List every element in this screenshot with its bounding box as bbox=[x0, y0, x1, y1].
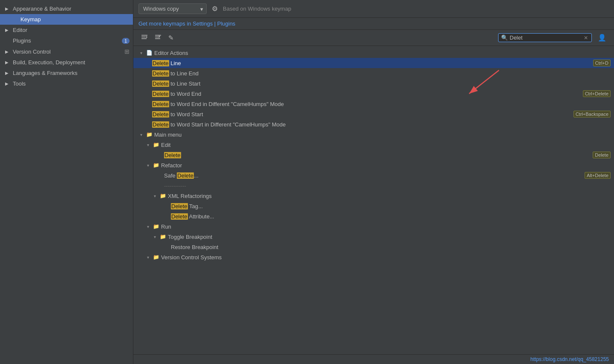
chevron-right-icon: ▶ bbox=[5, 60, 11, 65]
section-label: Refactor bbox=[161, 162, 611, 169]
keymap-dropdown[interactable]: Windows copy bbox=[138, 3, 207, 14]
subsection-edit[interactable]: ▾ 📁 Edit bbox=[133, 140, 614, 150]
sidebar-item-build[interactable]: ▶ Build, Execution, Deployment bbox=[0, 57, 133, 68]
sidebar-item-label: Tools bbox=[13, 80, 26, 87]
keymap-header: Windows copy ⚙ Based on Windows keymap bbox=[133, 0, 614, 18]
chevron-down-icon: ▾ bbox=[147, 224, 153, 229]
search-clear-button[interactable]: ✕ bbox=[583, 35, 589, 41]
highlight-delete: Delete bbox=[152, 101, 169, 107]
footer-url: https://blog.csdn.net/qq_45821255 bbox=[530, 356, 609, 362]
shortcut-badge: Delete bbox=[593, 152, 611, 158]
sidebar-item-label: Editor bbox=[13, 27, 27, 33]
subsection-toggle-breakpoint[interactable]: ▾ 📁 Toggle Breakpoint bbox=[133, 232, 614, 242]
search-input[interactable] bbox=[510, 34, 581, 41]
section-main-menu[interactable]: ▾ 📁 Main menu bbox=[133, 129, 614, 140]
edit-button[interactable]: ✎ bbox=[166, 33, 176, 43]
folder-icon: 📁 bbox=[153, 224, 159, 229]
footer: https://blog.csdn.net/qq_45821255 bbox=[133, 354, 614, 364]
tree-row-delete[interactable]: Delete Delete bbox=[133, 150, 614, 160]
tree-row-safe-delete[interactable]: Safe Delete... Alt+Delete bbox=[133, 170, 614, 181]
section-label: Run bbox=[161, 224, 611, 230]
highlight-delete: Delete bbox=[152, 60, 169, 66]
subsection-vcs[interactable]: ▾ 📁 Version Control Systems bbox=[133, 252, 614, 262]
row-label: Delete Line bbox=[152, 60, 593, 66]
chevron-down-icon: ▾ bbox=[140, 51, 146, 55]
chevron-placeholder bbox=[5, 38, 11, 43]
search-wrapper: 🔍 ✕ bbox=[498, 33, 592, 42]
row-label: Restore Breakpoint bbox=[171, 244, 611, 250]
section-label: Edit bbox=[161, 142, 611, 148]
shortcut-badge: Ctrl+D bbox=[593, 60, 611, 66]
subsection-xml-refactorings[interactable]: ▾ 📁 XML Refactorings bbox=[133, 191, 614, 201]
sidebar-item-label: Version Control bbox=[13, 49, 51, 55]
subsection-refactor[interactable]: ▾ 📁 Refactor bbox=[133, 160, 614, 170]
chevron-down-icon: ▾ bbox=[147, 163, 153, 168]
tree-row-restore-breakpoint[interactable]: Restore Breakpoint bbox=[133, 242, 614, 252]
gear-button[interactable]: ⚙ bbox=[210, 4, 219, 14]
main-content: Windows copy ⚙ Based on Windows keymap G… bbox=[133, 0, 614, 364]
section-label: Editor Actions bbox=[154, 50, 611, 56]
tree-row-delete-attribute[interactable]: Delete Attribute... bbox=[133, 211, 614, 221]
tree-row-delete-word-end[interactable]: Delete to Word End Ctrl+Delete bbox=[133, 89, 614, 99]
separator-label: ------------ bbox=[164, 183, 611, 189]
folder-icon: 📁 bbox=[146, 132, 153, 138]
folder-icon: 📁 bbox=[153, 162, 159, 168]
chevron-down-icon: ▾ bbox=[154, 235, 160, 239]
sidebar-item-label: Keymap bbox=[20, 16, 41, 23]
collapse-icon bbox=[141, 34, 148, 40]
sidebar-item-tools[interactable]: ▶ Tools bbox=[0, 78, 133, 89]
folder-icon: 📁 bbox=[160, 234, 166, 240]
tree-row-delete-word-start[interactable]: Delete to Word Start Ctrl+Backspace bbox=[133, 109, 614, 119]
keymap-tree: ▾ 📄 Editor Actions Delete Line Ctrl+D De… bbox=[133, 46, 614, 354]
section-label: Main menu bbox=[154, 132, 611, 138]
sidebar-item-plugins[interactable]: Plugins 1 bbox=[0, 35, 133, 46]
chevron-right-icon: ▶ bbox=[5, 49, 11, 54]
tree-row-separator: ------------ bbox=[133, 181, 614, 191]
svg-rect-1 bbox=[141, 37, 146, 37]
svg-rect-2 bbox=[141, 38, 147, 39]
chevron-right-icon: ▶ bbox=[5, 81, 11, 86]
sidebar-item-keymap[interactable]: Keymap bbox=[0, 14, 133, 25]
highlight-delete: Delete bbox=[152, 111, 169, 118]
svg-rect-0 bbox=[141, 35, 147, 36]
svg-rect-3 bbox=[155, 35, 161, 36]
collapse-all-button[interactable] bbox=[138, 32, 150, 43]
sidebar-item-appearance[interactable]: ▶ Appearance & Behavior bbox=[0, 3, 133, 14]
chevron-right-icon: ▶ bbox=[5, 71, 11, 75]
sidebar-item-version-control[interactable]: ▶ Version Control ⊞ bbox=[0, 46, 133, 57]
link-bar: Get more keymaps in Settings | Plugins bbox=[133, 18, 614, 30]
chevron-right-icon: ▶ bbox=[5, 28, 11, 32]
tree-row-delete-line-start[interactable]: Delete to Line Start bbox=[133, 78, 614, 89]
keymap-toolbar: ✎ 🔍 ✕ 👤 bbox=[133, 30, 614, 46]
user-button[interactable]: 👤 bbox=[595, 32, 609, 43]
tree-row-delete-line[interactable]: Delete Line Ctrl+D bbox=[133, 58, 614, 68]
vcs-icon: ⊞ bbox=[124, 48, 130, 55]
tree-row-delete-line-end[interactable]: Delete to Line End bbox=[133, 68, 614, 78]
folder-icon: 📁 bbox=[153, 142, 159, 148]
sidebar-item-languages[interactable]: ▶ Languages & Frameworks bbox=[0, 68, 133, 78]
chevron-placeholder bbox=[13, 17, 19, 22]
section-label: Toggle Breakpoint bbox=[168, 234, 611, 240]
subsection-run[interactable]: ▾ 📁 Run bbox=[133, 221, 614, 232]
expand-all-button[interactable] bbox=[152, 32, 164, 43]
row-label: Safe Delete... bbox=[164, 172, 585, 179]
tree-row-delete-word-end-camel[interactable]: Delete to Word End in Different "CamelHu… bbox=[133, 99, 614, 109]
shortcut-badge: Ctrl+Delete bbox=[583, 90, 611, 97]
sidebar-item-editor[interactable]: ▶ Editor bbox=[0, 25, 133, 35]
chevron-down-icon: ▾ bbox=[140, 132, 146, 137]
get-keymaps-link[interactable]: Get more keymaps in Settings | Plugins bbox=[138, 20, 235, 27]
row-label: Delete bbox=[164, 152, 593, 158]
highlight-delete: Delete bbox=[171, 213, 188, 220]
tree-row-delete-word-start-camel[interactable]: Delete to Word Start in Different "Camel… bbox=[133, 119, 614, 129]
highlight-delete: Delete bbox=[164, 152, 181, 158]
row-label: Delete to Word Start bbox=[152, 111, 574, 118]
sidebar-item-label: Appearance & Behavior bbox=[13, 6, 71, 12]
tree-row-delete-tag[interactable]: Delete Tag... bbox=[133, 201, 614, 211]
row-label: Delete Tag... bbox=[171, 203, 611, 209]
folder-icon: 📄 bbox=[146, 50, 153, 56]
folder-icon: 📁 bbox=[160, 193, 166, 199]
row-label: Delete to Word End in Different "CamelHu… bbox=[152, 101, 611, 107]
section-editor-actions[interactable]: ▾ 📄 Editor Actions bbox=[133, 48, 614, 58]
expand-icon bbox=[155, 34, 161, 40]
keymap-dropdown-wrapper[interactable]: Windows copy bbox=[138, 3, 207, 14]
